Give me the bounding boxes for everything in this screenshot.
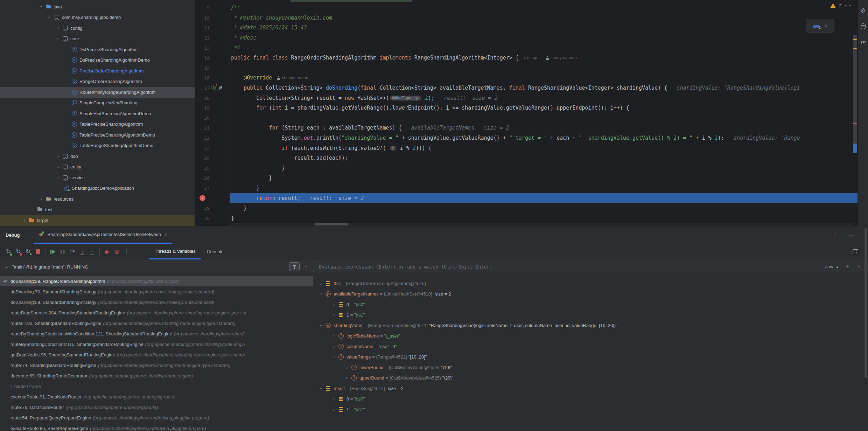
code-line[interactable]: ✓ return result; result: size = 2 <box>195 193 858 203</box>
stack-frame[interactable]: getDataNodes:96, ShardingStandardRouting… <box>0 349 313 360</box>
stack-frame[interactable]: doSharding:59, StandardShardingStrategy … <box>0 297 313 307</box>
chevron-down-icon[interactable]: › <box>38 3 44 10</box>
gutter[interactable]: 22 <box>195 133 230 143</box>
code-text[interactable]: * @desc <box>230 33 858 43</box>
code-text[interactable]: public final class RangeOrderShardingAlg… <box>230 53 858 63</box>
evaluate-expression-bar[interactable]: Evaluate expression (Enter) or add a wat… <box>313 260 868 274</box>
tree-item[interactable]: ›resources <box>0 194 195 204</box>
gutter[interactable]: 19 <box>195 103 230 113</box>
tree-item[interactable]: ›core <box>0 34 195 44</box>
tree-item[interactable]: ›service <box>0 172 195 183</box>
rerun-button[interactable]: ↻ <box>4 247 13 257</box>
chevron-right-icon[interactable]: › <box>29 207 36 213</box>
restart-button[interactable]: ↻ <box>23 247 33 257</box>
chevron-right-icon[interactable]: › <box>38 196 45 202</box>
scrollbar-thumb[interactable] <box>853 35 857 144</box>
tree-item[interactable]: RouteInfinityRangeShardingAlgorithm <box>0 87 195 98</box>
minimize-icon[interactable]: — <box>848 232 854 238</box>
more-button[interactable]: ⋮ <box>122 247 132 257</box>
stack-frame[interactable]: 1 hidden frame <box>0 381 313 391</box>
code-line[interactable]: 26 } <box>195 173 858 183</box>
gutter[interactable]: 30 <box>195 213 230 223</box>
inspections-widget[interactable]: 2 › › <box>830 3 851 8</box>
editor-scrollbar[interactable] <box>853 0 858 226</box>
stack-frame[interactable]: route:76, DataNodeRouter (org.apache.sha… <box>0 402 313 412</box>
code-line[interactable]: 13 */ <box>195 43 858 53</box>
chevron-down-icon[interactable]: › <box>857 263 862 270</box>
warning-stripe-mark[interactable] <box>853 48 857 49</box>
code-line[interactable]: 9/** <box>195 3 858 13</box>
tree-item[interactable]: RangeOrderShardingAlgorithm <box>0 76 195 87</box>
thread-selector[interactable]: ✓ "main"@1 in group "main": RUNNING › <box>0 260 313 274</box>
chevron-down-icon[interactable]: › <box>331 353 337 361</box>
tree-item[interactable]: ShardingJdbcDemoApplication <box>0 183 195 194</box>
stack-frame[interactable]: executeRoute:96, BasePrepareEngine (org.… <box>0 423 313 431</box>
chevron-down-icon[interactable]: › <box>47 14 52 21</box>
gutter[interactable]: 17I@ <box>195 83 230 93</box>
code-text[interactable]: System.out.println("shardingValue = " + … <box>230 133 858 143</box>
code-text[interactable]: for (String each : availableTargetNames)… <box>230 123 858 133</box>
step-over-button[interactable]: ↷ <box>68 247 77 257</box>
gutter[interactable]: 26 <box>195 173 230 183</box>
tree-item[interactable]: TableRangeShardingAlgorithmDemo <box>0 140 195 151</box>
layout-settings-icon[interactable] <box>853 249 858 254</box>
variable-row[interactable]: ›upperBound = {Cut$AboveValue@4525} "/20… <box>313 373 868 383</box>
chevron-down-icon[interactable]: › <box>55 35 61 42</box>
gutter[interactable]: 23 <box>195 143 230 153</box>
code-text[interactable]: Collection<String> result = new HashSet<… <box>230 93 858 103</box>
code-text[interactable]: } <box>230 183 858 193</box>
evaluate-input[interactable]: Evaluate expression (Enter) or add a wat… <box>319 264 818 270</box>
stack-frame[interactable]: ↩doSharding:28, RangeOrderShardingAlgori… <box>0 276 313 286</box>
mute-breakpoints-button[interactable]: ⊘ <box>112 247 122 257</box>
gutter[interactable]: 24 <box>195 153 230 163</box>
chevron-right-icon[interactable]: › <box>317 281 325 286</box>
ai-assistant-icon[interactable]: @ <box>861 7 865 14</box>
step-into-button[interactable]: ↓ <box>77 247 87 257</box>
code-line[interactable]: 16 @Overrideshouyuanman <box>195 73 858 83</box>
code-line[interactable]: 22 System.out.println("shardingValue = "… <box>195 133 858 143</box>
next-problem-icon[interactable]: › <box>847 5 853 7</box>
variable-row[interactable]: ›logicTableName = "t_user" <box>313 331 868 341</box>
code-text[interactable]: } <box>230 203 858 213</box>
language-selector[interactable]: Java▲ <box>825 264 839 269</box>
code-line[interactable]: 17I@ public Collection<String> doShardin… <box>195 83 858 93</box>
chevron-right-icon[interactable]: › <box>55 175 62 180</box>
tree-item[interactable]: SimpleComplexKeySharding <box>0 98 195 109</box>
code-line[interactable]: 29 } <box>195 203 858 213</box>
tree-item[interactable]: ›dao <box>0 151 195 162</box>
variable-row[interactable]: ›shardingValue = {RangeShardingValue@451… <box>313 320 868 331</box>
code-text[interactable] <box>230 63 858 73</box>
tree-item[interactable]: ›target <box>0 215 195 226</box>
rerun-failed-button[interactable]: ↻ <box>13 247 23 257</box>
chevron-down-icon[interactable]: › <box>318 290 324 298</box>
chevron-right-icon[interactable]: › <box>55 25 62 31</box>
variable-row[interactable]: ›availableTargetNames = {LinkedHashSet@4… <box>313 289 868 299</box>
variable-row[interactable]: ›1 = "ds1" <box>313 404 868 415</box>
gutter[interactable]: 31 <box>195 223 230 226</box>
gutter[interactable]: 29 <box>195 203 230 213</box>
code-line[interactable]: 12 * @desc <box>195 33 858 43</box>
close-icon[interactable]: × <box>825 23 828 29</box>
code-text[interactable]: * @date 2025/6/24 15:43 <box>230 23 858 33</box>
horizontal-scrollbar-thumb[interactable] <box>315 223 348 225</box>
variable-row[interactable]: ›0 = "ds0" <box>313 299 868 310</box>
gutter[interactable]: 15 <box>195 63 230 73</box>
gutter[interactable]: 10 <box>195 13 230 23</box>
tree-item[interactable]: PreciseOrderShardingAlgorithm <box>0 65 195 76</box>
code-text[interactable]: /** <box>230 3 858 13</box>
breakpoint-stripe-mark[interactable] <box>853 123 857 124</box>
chevron-right-icon[interactable]: › <box>343 365 351 370</box>
chevron-right-icon[interactable]: › <box>55 164 62 170</box>
gutter[interactable]: 12 <box>195 33 230 43</box>
step-out-button[interactable]: ↑ <box>87 247 97 257</box>
chevron-right-icon[interactable]: › <box>21 217 28 223</box>
code-text[interactable]: if (each.endsWith(String.valueOf( i: i %… <box>230 143 858 153</box>
stack-frame[interactable]: decorate:69, ShardingRouteDecorator (org… <box>0 370 313 381</box>
gutter[interactable]: 14 <box>195 53 230 63</box>
stack-frame[interactable]: doSharding:70, StandardShardingStrategy … <box>0 286 313 297</box>
chevron-down-icon[interactable]: › <box>304 263 309 270</box>
code-text[interactable]: */ <box>230 43 858 53</box>
tab-threads-variables[interactable]: Threads & Variables <box>149 244 201 259</box>
code-text[interactable]: } <box>230 173 858 183</box>
reload-icon[interactable]: ↻ <box>818 25 822 30</box>
